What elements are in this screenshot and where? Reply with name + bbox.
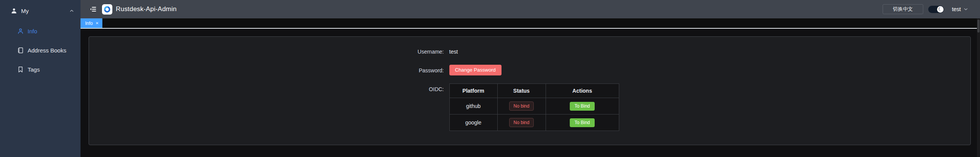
user-filled-icon [10, 7, 18, 15]
sidebar-group-label: My [21, 8, 29, 14]
column-header-actions: Actions [546, 84, 619, 98]
oidc-label: OIDC: [407, 83, 449, 93]
platform-cell: google [449, 114, 497, 131]
username-label: Username: [407, 47, 449, 56]
top-header: Rustdesk-Api-Admin 切换中文 ☾ test [81, 0, 980, 18]
column-header-platform: Platform [449, 84, 497, 98]
tab-close-icon[interactable]: ✕ [95, 21, 99, 25]
tab-label: Info [85, 21, 93, 26]
rustdesk-api-admin-app: My Info Address Books Tags [0, 0, 980, 157]
sidebar-item-label: Address Books [28, 47, 66, 54]
main-content: Username: test Password: Change Password… [81, 29, 980, 157]
status-badge: No bind [509, 101, 533, 111]
bookmark-icon [17, 66, 24, 73]
sidebar-item-info[interactable]: Info [0, 21, 81, 41]
password-label: Password: [407, 65, 449, 74]
chevron-up-icon [69, 8, 74, 13]
sidebar-item-label: Tags [28, 66, 40, 73]
tab-info[interactable]: Info ✕ [81, 18, 102, 28]
table-header-row: Platform Status Actions [449, 84, 619, 98]
table-row-github: github No bind To Bind [449, 98, 619, 114]
column-header-status: Status [497, 84, 546, 98]
password-row: Password: Change Password [407, 65, 630, 75]
username-row: Username: test [407, 47, 630, 56]
tab-bar: Info ✕ [81, 18, 980, 29]
header-actions: 切换中文 ☾ test [883, 4, 968, 14]
change-password-button[interactable]: Change Password [449, 65, 502, 75]
to-bind-button[interactable]: To Bind [570, 102, 594, 111]
vertical-scrollbar[interactable] [977, 18, 980, 157]
user-menu[interactable]: test [952, 6, 968, 12]
user-info-card: Username: test Password: Change Password… [89, 36, 971, 145]
sidebar-item-tags[interactable]: Tags [0, 60, 81, 79]
status-cell: No bind [497, 114, 546, 131]
sidebar-fold-icon[interactable] [89, 5, 97, 13]
sidebar-item-address-books[interactable]: Address Books [0, 41, 81, 60]
platform-cell: github [449, 98, 497, 114]
oidc-row: OIDC: Platform Status Actions github [407, 83, 630, 131]
app-title: Rustdesk-Api-Admin [116, 5, 177, 13]
table-row-google: google No bind To Bind [449, 114, 619, 131]
sidebar-item-label: Info [28, 28, 37, 34]
status-cell: No bind [497, 98, 546, 114]
dark-mode-toggle[interactable]: ☾ [928, 6, 944, 13]
actions-cell: To Bind [546, 98, 619, 114]
oidc-table: Platform Status Actions github No bind T… [449, 83, 619, 131]
actions-cell: To Bind [546, 114, 619, 131]
status-badge: No bind [509, 118, 533, 127]
to-bind-button[interactable]: To Bind [570, 118, 594, 127]
user-outline-icon [17, 28, 24, 35]
user-name: test [952, 6, 961, 12]
chevron-down-icon [963, 7, 968, 12]
username-value: test [449, 47, 458, 56]
scrollbar-thumb[interactable] [977, 20, 980, 33]
notebook-icon [17, 47, 24, 54]
switch-language-button[interactable]: 切换中文 [883, 4, 923, 14]
user-info-form: Username: test Password: Change Password… [407, 47, 630, 131]
rustdesk-logo [102, 4, 112, 15]
sidebar: My Info Address Books Tags [0, 0, 81, 157]
sidebar-group-my[interactable]: My [0, 0, 81, 21]
moon-icon: ☾ [937, 6, 944, 13]
